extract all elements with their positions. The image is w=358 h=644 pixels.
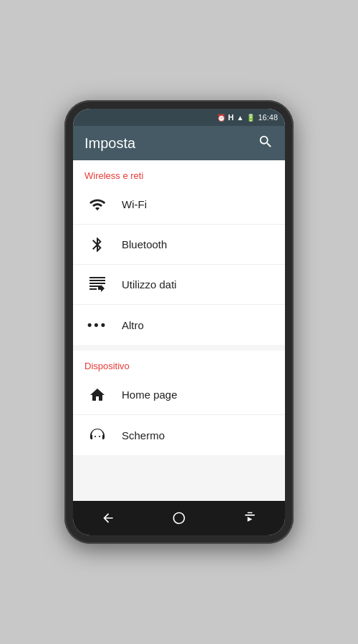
screen-label: Schermo bbox=[122, 429, 165, 441]
recents-button[interactable] bbox=[231, 505, 268, 531]
alarm-icon: ⏰ bbox=[217, 114, 226, 122]
screen-item[interactable]: Schermo bbox=[73, 415, 285, 455]
wifi-icon bbox=[84, 196, 110, 213]
data-usage-label: Utilizzo dati bbox=[122, 278, 177, 291]
home-button[interactable] bbox=[160, 505, 198, 531]
bluetooth-label: Bluetooth bbox=[122, 238, 167, 250]
page-title: Imposta bbox=[84, 135, 258, 152]
bluetooth-item[interactable]: Bluetooth bbox=[73, 225, 285, 265]
status-time: 16:48 bbox=[258, 113, 278, 122]
search-button[interactable] bbox=[258, 134, 274, 153]
homepage-label: Home page bbox=[122, 389, 178, 401]
altro-label: Altro bbox=[122, 319, 144, 331]
signal-icon: ▲ bbox=[237, 114, 244, 122]
altro-item[interactable]: ••• Altro bbox=[73, 305, 285, 345]
device-section: Dispositivo Home page Schermo bbox=[73, 351, 285, 455]
phone-screen: ⏰ H ▲ 🔋 16:48 Imposta Wireless e reti bbox=[73, 109, 285, 535]
data-usage-icon bbox=[84, 276, 110, 293]
device-section-header: Dispositivo bbox=[73, 351, 285, 375]
app-bar: Imposta bbox=[73, 126, 285, 160]
bottom-nav bbox=[73, 501, 285, 535]
wifi-item[interactable]: Wi-Fi bbox=[73, 185, 285, 225]
data-usage-item[interactable]: Utilizzo dati bbox=[73, 265, 285, 305]
bluetooth-icon bbox=[84, 236, 110, 253]
wifi-label: Wi-Fi bbox=[122, 198, 147, 210]
phone-frame: ⏰ H ▲ 🔋 16:48 Imposta Wireless e reti bbox=[64, 100, 294, 544]
device-section-label: Dispositivo bbox=[84, 361, 130, 371]
status-bar: ⏰ H ▲ 🔋 16:48 bbox=[73, 109, 285, 126]
home-icon bbox=[84, 386, 110, 404]
wireless-section: Wireless e reti Wi-Fi Bluetooth bbox=[73, 160, 285, 345]
homepage-item[interactable]: Home page bbox=[73, 375, 285, 415]
wireless-section-header: Wireless e reti bbox=[73, 160, 285, 185]
status-icons: ⏰ H ▲ 🔋 16:48 bbox=[217, 113, 278, 122]
back-button[interactable] bbox=[90, 505, 127, 531]
more-icon: ••• bbox=[84, 318, 110, 333]
content-area: Wireless e reti Wi-Fi Bluetooth bbox=[73, 160, 285, 501]
wireless-section-label: Wireless e reti bbox=[84, 170, 143, 181]
battery-icon: 🔋 bbox=[246, 114, 255, 122]
screen-icon bbox=[84, 426, 110, 444]
h-icon: H bbox=[228, 113, 234, 122]
